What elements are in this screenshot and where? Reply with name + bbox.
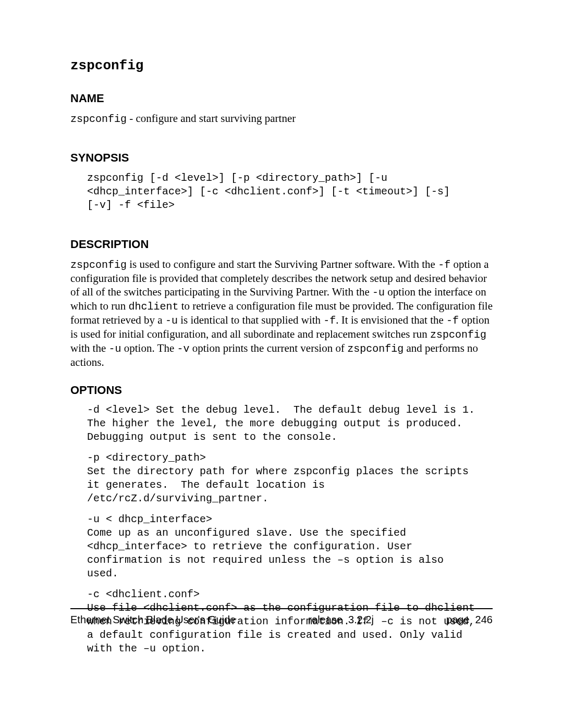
inline-flag: -f bbox=[446, 315, 459, 327]
section-heading-options: OPTIONS bbox=[70, 383, 493, 398]
desc-text: option. The bbox=[121, 342, 177, 354]
inline-flag: -u bbox=[109, 343, 121, 355]
page-footer: Ethernet Switch Blade User's Guide relea… bbox=[70, 608, 493, 626]
desc-text: option prints the current version of bbox=[189, 342, 347, 354]
option-item: -p <directory_path> Set the directory pa… bbox=[87, 451, 493, 505]
desc-text: is used to configure and start the Survi… bbox=[127, 258, 438, 270]
footer-page: page 246 bbox=[446, 613, 493, 626]
inline-cmd: zspconfig bbox=[347, 343, 403, 355]
footer-rule bbox=[70, 608, 493, 609]
command-title: zspconfig bbox=[70, 57, 493, 75]
man-page: zspconfig NAME zspconfig - configure and… bbox=[0, 0, 563, 728]
inline-cmd: zspconfig bbox=[70, 259, 127, 271]
section-heading-name: NAME bbox=[70, 91, 493, 106]
inline-flag: -f bbox=[438, 259, 450, 271]
footer-doc-title: Ethernet Switch Blade User's Guide bbox=[70, 613, 236, 626]
footer-bar: Ethernet Switch Blade User's Guide relea… bbox=[70, 613, 493, 626]
inline-flag: -u bbox=[372, 287, 385, 299]
option-item: -d <level> Set the debug level. The defa… bbox=[87, 403, 493, 444]
inline-cmd: dhclient bbox=[128, 301, 178, 313]
section-heading-description: DESCRIPTION bbox=[70, 237, 493, 252]
description-paragraph: zspconfig is used to configure and start… bbox=[70, 257, 493, 369]
name-desc: - configure and start surviving partner bbox=[127, 112, 296, 125]
option-item: -u < dhcp_interface> Come up as an uncon… bbox=[87, 513, 493, 581]
desc-text: is identical to that supplied with bbox=[178, 314, 323, 326]
inline-flag: -f bbox=[323, 315, 336, 327]
section-heading-synopsis: SYNOPSIS bbox=[70, 151, 493, 165]
desc-text: . It is envisioned that the bbox=[336, 314, 446, 326]
inline-flag: -u bbox=[165, 315, 178, 327]
synopsis-text: zspconfig [-d <level>] [-p <directory_pa… bbox=[87, 171, 493, 212]
inline-flag: -v bbox=[177, 343, 189, 355]
footer-release: release 3.2.2j bbox=[308, 613, 374, 626]
cmd-name: zspconfig bbox=[70, 113, 127, 125]
desc-text: with the bbox=[70, 342, 109, 354]
inline-cmd: zspconfig bbox=[430, 329, 486, 341]
name-line: zspconfig - configure and start survivin… bbox=[70, 112, 493, 126]
